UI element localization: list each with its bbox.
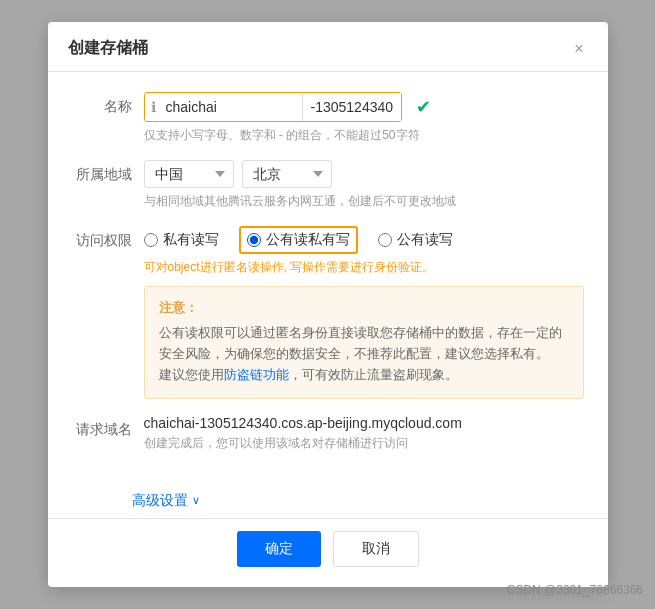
advanced-settings[interactable]: 高级设置 ∨: [48, 492, 608, 510]
notice-title: 注意：: [159, 299, 569, 317]
confirm-button[interactable]: 确定: [237, 531, 321, 567]
access-public-rw-label: 公有读私有写: [266, 231, 350, 249]
name-hint: 仅支持小写字母、数字和 - 的组合，不能超过50字符: [144, 127, 584, 144]
access-label: 访问权限: [72, 226, 144, 250]
domain-label: 请求域名: [72, 415, 144, 439]
name-row: 名称 ℹ -1305124340 ✔ 仅支持小写字母、数字和 - 的组合，不能超…: [72, 92, 584, 144]
notice-text1: 公有读权限可以通过匿名身份直接读取您存储桶中的数据，存在一定的安全风险，为确保您…: [159, 325, 562, 361]
notice-text: 公有读权限可以通过匿名身份直接读取您存储桶中的数据，存在一定的安全风险，为确保您…: [159, 323, 569, 385]
region-hint: 与相同地域其他腾讯云服务内网互通，创建后不可更改地域: [144, 193, 584, 210]
info-icon[interactable]: ℹ: [145, 94, 162, 120]
modal-footer: 确定 取消: [48, 518, 608, 587]
access-public-r-radio[interactable]: [378, 233, 392, 247]
access-row: 访问权限 私有读写 公有读私有写 公有读写: [72, 226, 584, 398]
access-options: 私有读写 公有读私有写 公有读写: [144, 226, 584, 254]
notice-text3: ，可有效防止流量盗刷现象。: [289, 367, 458, 382]
modal-body: 名称 ℹ -1305124340 ✔ 仅支持小写字母、数字和 - 的组合，不能超…: [48, 72, 608, 487]
region-label: 所属地域: [72, 160, 144, 184]
check-icon: ✔: [416, 96, 431, 118]
access-warning: 可对object进行匿名读操作, 写操作需要进行身份验证。: [144, 259, 584, 276]
region-country-select[interactable]: 中国: [144, 160, 234, 188]
region-row: 所属地域 中国 北京 与相同地域其他腾讯云服务内网互通，创建后不可更改地域: [72, 160, 584, 210]
domain-content: chaichai-1305124340.cos.ap-beijing.myqcl…: [144, 415, 584, 452]
name-label: 名称: [72, 92, 144, 116]
chevron-down-icon: ∨: [192, 494, 200, 507]
watermark: CSDN @2301_76866366: [507, 583, 643, 597]
access-public-read[interactable]: 公有读写: [378, 231, 453, 249]
name-suffix: -1305124340: [302, 93, 402, 121]
create-bucket-modal: 创建存储桶 × 名称 ℹ -1305124340 ✔ 仅支持小写字: [48, 22, 608, 586]
bucket-name-input[interactable]: [162, 93, 302, 121]
close-icon[interactable]: ×: [570, 39, 587, 59]
modal-overlay: 创建存储桶 × 名称 ℹ -1305124340 ✔ 仅支持小写字: [0, 0, 655, 609]
notice-box: 注意： 公有读权限可以通过匿名身份直接读取您存储桶中的数据，存在一定的安全风险，…: [144, 286, 584, 398]
access-content: 私有读写 公有读私有写 公有读写 可对object进行匿名读操作, 写操作需要进…: [144, 226, 584, 398]
access-public-rw-radio[interactable]: [247, 233, 261, 247]
name-input-row: ℹ -1305124340: [144, 92, 403, 122]
region-content: 中国 北京 与相同地域其他腾讯云服务内网互通，创建后不可更改地域: [144, 160, 584, 210]
domain-value: chaichai-1305124340.cos.ap-beijing.myqcl…: [144, 415, 584, 431]
modal-header: 创建存储桶 ×: [48, 22, 608, 72]
modal-title: 创建存储桶: [68, 38, 148, 59]
region-city-select[interactable]: 北京: [242, 160, 332, 188]
access-public-r-label: 公有读写: [397, 231, 453, 249]
domain-hint: 创建完成后，您可以使用该域名对存储桶进行访问: [144, 435, 584, 452]
access-private-radio[interactable]: [144, 233, 158, 247]
access-private-label: 私有读写: [163, 231, 219, 249]
notice-text2: 建议您使用: [159, 367, 224, 382]
domain-row: 请求域名 chaichai-1305124340.cos.ap-beijing.…: [72, 415, 584, 452]
access-public-read-write[interactable]: 公有读私有写: [239, 226, 358, 254]
name-content: ℹ -1305124340 ✔ 仅支持小写字母、数字和 - 的组合，不能超过50…: [144, 92, 584, 144]
advanced-label: 高级设置: [132, 492, 188, 510]
region-selects: 中国 北京: [144, 160, 584, 188]
cancel-button[interactable]: 取消: [333, 531, 419, 567]
notice-link[interactable]: 防盗链功能: [224, 367, 289, 382]
access-private[interactable]: 私有读写: [144, 231, 219, 249]
